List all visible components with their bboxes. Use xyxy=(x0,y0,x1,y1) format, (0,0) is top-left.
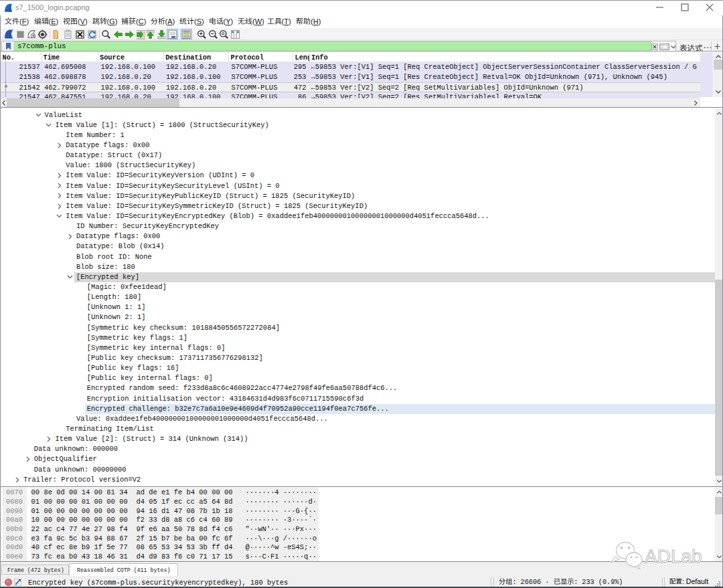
svg-text:ADLab: ADLab xyxy=(645,546,702,567)
